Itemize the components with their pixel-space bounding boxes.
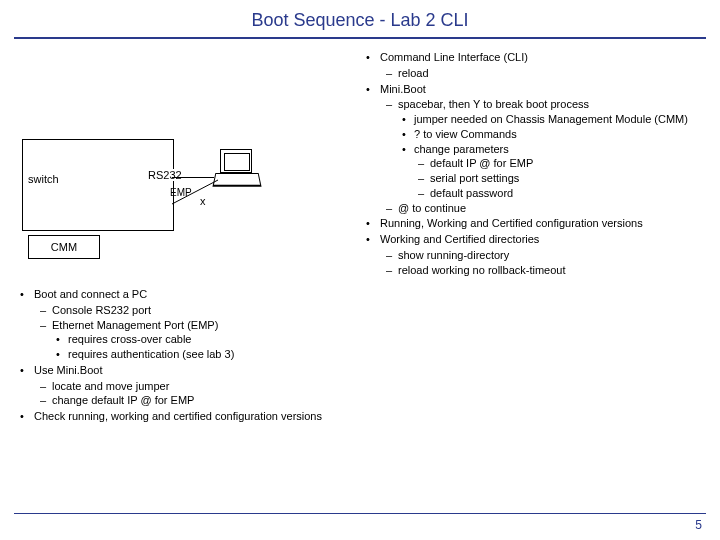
list-item-text: requires cross-over cable (68, 333, 192, 345)
list-item-text: Mini.Boot (380, 83, 426, 95)
list-item: change parametersdefault IP @ for EMPser… (398, 143, 706, 201)
list-item-text: @ to continue (398, 202, 466, 214)
list-item: Working and Certified directoriesshow ru… (360, 233, 706, 277)
list-item-text: Console RS232 port (52, 304, 151, 316)
list-item-text: Command Line Interface (CLI) (380, 51, 528, 63)
list-item: jumper needed on Chassis Management Modu… (398, 113, 706, 127)
switch-label: switch (28, 173, 59, 185)
emp-wire (172, 204, 218, 232)
list-item: reload (380, 67, 706, 81)
list-item-text: serial port settings (430, 172, 519, 184)
list-item-text: spacebar, then Y to break boot process (398, 98, 589, 110)
list-item: Console RS232 port (34, 304, 348, 318)
list-item-text: change default IP @ for EMP (52, 394, 194, 406)
list-item: show running-directory (380, 249, 706, 263)
list-item-text: change parameters (414, 143, 509, 155)
list-item-text: show running-directory (398, 249, 509, 261)
cmm-label: CMM (51, 241, 77, 253)
left-bullets: Boot and connect a PCConsole RS232 portE… (14, 288, 354, 424)
list-item: Running, Working and Certified configura… (360, 217, 706, 231)
list-item-text: Boot and connect a PC (34, 288, 147, 300)
list-item-text: Check running, working and certified con… (34, 410, 322, 422)
diagram: switch CMM RS232 EMP x (14, 139, 334, 274)
footer-rule (14, 513, 706, 514)
list-item-text: reload working no rollback-timeout (398, 264, 566, 276)
left-column: switch CMM RS232 EMP x Boot and connect … (14, 51, 354, 426)
list-item-text: reload (398, 67, 429, 79)
list-item-text: Use Mini.Boot (34, 364, 102, 376)
list-item-text: requires authentication (see lab 3) (68, 348, 234, 360)
list-item: Boot and connect a PCConsole RS232 portE… (14, 288, 348, 362)
list-item: serial port settings (414, 172, 706, 186)
right-bullets: Command Line Interface (CLI)reloadMini.B… (354, 51, 706, 426)
page-number: 5 (695, 518, 702, 532)
list-item: locate and move jumper (34, 380, 348, 394)
list-item: Command Line Interface (CLI)reload (360, 51, 706, 81)
list-item-text: locate and move jumper (52, 380, 169, 392)
list-item: Check running, working and certified con… (14, 410, 348, 424)
list-item-text: jumper needed on Chassis Management Modu… (414, 113, 688, 125)
list-item: spacebar, then Y to break boot processju… (380, 98, 706, 200)
list-item: @ to continue (380, 202, 706, 216)
list-item: ? to view Commands (398, 128, 706, 142)
list-item: requires authentication (see lab 3) (52, 348, 348, 362)
list-item: requires cross-over cable (52, 333, 348, 347)
list-item: change default IP @ for EMP (34, 394, 348, 408)
list-item-text: Working and Certified directories (380, 233, 539, 245)
switch-box (22, 139, 174, 231)
list-item: Mini.Bootspacebar, then Y to break boot … (360, 83, 706, 216)
list-item: default IP @ for EMP (414, 157, 706, 171)
slide-title: Boot Sequence - Lab 2 CLI (0, 0, 720, 37)
cmm-box: CMM (28, 235, 100, 259)
list-item-text: Ethernet Management Port (EMP) (52, 319, 218, 331)
list-item: Ethernet Management Port (EMP)requires c… (34, 319, 348, 362)
list-item-text: default password (430, 187, 513, 199)
list-item: reload working no rollback-timeout (380, 264, 706, 278)
list-item: default password (414, 187, 706, 201)
list-item-text: ? to view Commands (414, 128, 517, 140)
list-item: Use Mini.Bootlocate and move jumperchang… (14, 364, 348, 408)
laptop-icon (214, 149, 260, 189)
x-mark: x (200, 195, 206, 207)
content-area: switch CMM RS232 EMP x Boot and connect … (0, 39, 720, 426)
list-item-text: default IP @ for EMP (430, 157, 533, 169)
list-item-text: Running, Working and Certified configura… (380, 217, 643, 229)
